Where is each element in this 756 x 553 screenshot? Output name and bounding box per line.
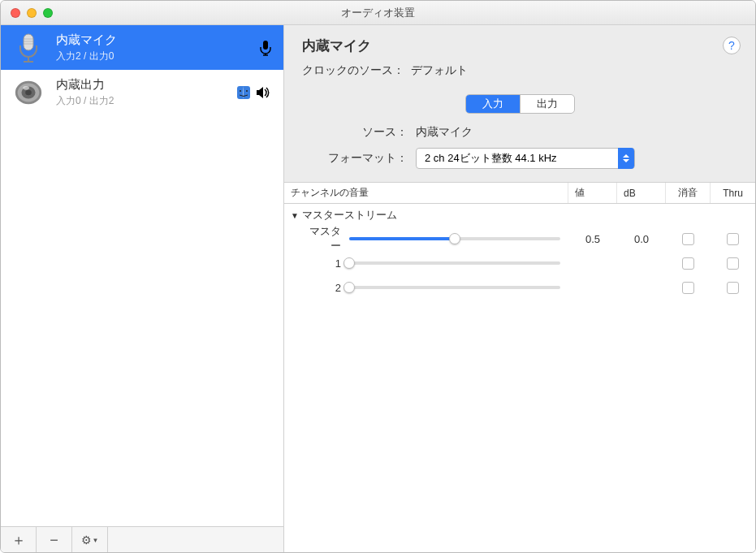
tab-bar: 入力 出力 bbox=[284, 88, 755, 114]
gear-icon: ⚙ bbox=[81, 534, 92, 547]
device-name: 内蔵マイク bbox=[56, 32, 248, 48]
close-button[interactable] bbox=[11, 8, 20, 18]
source-value: 内蔵マイク bbox=[416, 125, 473, 140]
format-label: フォーマット： bbox=[302, 151, 408, 166]
channel-row: マスター0.50.0 bbox=[284, 227, 755, 251]
channel-slider[interactable] bbox=[349, 261, 568, 265]
maximize-button[interactable] bbox=[43, 8, 53, 18]
device-indicators bbox=[236, 85, 272, 100]
thru-cell bbox=[711, 282, 755, 294]
traffic-lights bbox=[1, 8, 53, 18]
stream-row[interactable]: ▼ マスターストリーム bbox=[284, 204, 755, 227]
clock-source-row: クロックのソース： デフォルト bbox=[302, 63, 737, 78]
form-area: ソース： 内蔵マイク フォーマット： 2 ch 24ビット整数 44.1 kHz bbox=[284, 114, 755, 183]
detail-header: 内蔵マイク クロックのソース： デフォルト ? bbox=[284, 25, 755, 88]
channel-slider[interactable] bbox=[349, 286, 568, 289]
device-subtitle: 入力0 / 出力2 bbox=[56, 94, 225, 108]
svg-point-12 bbox=[25, 89, 32, 95]
device-list: 内蔵マイク 入力2 / 出力0 bbox=[1, 25, 283, 526]
table-header: チャンネルの音量 値 dB 消音 Thru bbox=[284, 183, 755, 204]
channel-row: 1 bbox=[284, 251, 755, 275]
remove-device-button[interactable]: − bbox=[37, 527, 72, 553]
column-thru: Thru bbox=[711, 183, 755, 203]
device-name: 内蔵出力 bbox=[56, 77, 225, 93]
mute-checkbox[interactable] bbox=[682, 257, 694, 270]
mute-checkbox[interactable] bbox=[682, 233, 694, 245]
io-segmented-control: 入力 出力 bbox=[465, 94, 575, 114]
stream-name: マスターストリーム bbox=[302, 208, 397, 222]
channel-value: 0.5 bbox=[568, 233, 617, 245]
detail-panel: 内蔵マイク クロックのソース： デフォルト ? 入力 出力 ソース： 内蔵マイク bbox=[284, 25, 755, 552]
column-value: 値 bbox=[568, 183, 617, 203]
chevron-down-icon: ▼ bbox=[93, 537, 99, 544]
thru-cell bbox=[711, 257, 755, 270]
device-text: 内蔵出力 入力0 / 出力2 bbox=[56, 77, 225, 108]
table-body: ▼ マスターストリーム マスター0.50.012 bbox=[284, 204, 755, 552]
settings-button[interactable]: ⚙ ▼ bbox=[72, 527, 108, 553]
svg-point-16 bbox=[246, 90, 248, 92]
thru-cell bbox=[711, 233, 755, 245]
add-device-button[interactable]: ＋ bbox=[1, 527, 37, 553]
device-item-builtin-output[interactable]: 内蔵出力 入力0 / 出力2 bbox=[1, 70, 283, 114]
window-title: オーディオ装置 bbox=[341, 6, 415, 20]
source-label: ソース： bbox=[302, 125, 408, 140]
svg-point-15 bbox=[240, 90, 241, 92]
audio-devices-window: オーディオ装置 bbox=[0, 0, 756, 553]
titlebar: オーディオ装置 bbox=[1, 1, 755, 25]
source-row: ソース： 内蔵マイク bbox=[302, 125, 737, 140]
mute-cell bbox=[666, 282, 711, 294]
svg-rect-6 bbox=[263, 41, 268, 50]
channel-label: マスター bbox=[284, 224, 349, 253]
detail-title: 内蔵マイク bbox=[302, 37, 737, 55]
speaker-icon bbox=[12, 76, 45, 109]
channel-row: 2 bbox=[284, 275, 755, 300]
minimize-button[interactable] bbox=[27, 8, 37, 18]
channel-label: 1 bbox=[284, 257, 349, 270]
column-db: dB bbox=[617, 183, 666, 203]
device-subtitle: 入力2 / 出力0 bbox=[56, 50, 248, 63]
help-button[interactable]: ? bbox=[723, 37, 741, 54]
device-indicator bbox=[259, 40, 272, 56]
format-select[interactable]: 2 ch 24ビット整数 44.1 kHz bbox=[416, 148, 635, 169]
window-body: 内蔵マイク 入力2 / 出力0 bbox=[1, 25, 755, 552]
disclosure-triangle-icon: ▼ bbox=[291, 211, 299, 220]
select-arrows-icon bbox=[618, 148, 634, 169]
column-mute: 消音 bbox=[666, 183, 711, 203]
tab-input[interactable]: 入力 bbox=[466, 95, 520, 113]
thru-checkbox[interactable] bbox=[727, 233, 739, 245]
svg-point-13 bbox=[23, 85, 29, 89]
mute-cell bbox=[666, 233, 711, 245]
channel-slider[interactable] bbox=[349, 237, 568, 240]
format-row: フォーマット： 2 ch 24ビット整数 44.1 kHz bbox=[302, 148, 737, 169]
volume-icon bbox=[256, 86, 272, 99]
tab-output[interactable]: 出力 bbox=[520, 95, 574, 113]
clock-source-label: クロックのソース： bbox=[302, 63, 404, 78]
format-value: 2 ch 24ビット整数 44.1 kHz bbox=[425, 151, 557, 166]
sidebar: 内蔵マイク 入力2 / 出力0 bbox=[1, 25, 284, 552]
svg-rect-0 bbox=[24, 34, 33, 50]
clock-source-value: デフォルト bbox=[411, 63, 468, 78]
device-text: 内蔵マイク 入力2 / 出力0 bbox=[56, 32, 248, 63]
device-item-builtin-mic[interactable]: 内蔵マイク 入力2 / 出力0 bbox=[1, 25, 283, 70]
channel-label: 2 bbox=[284, 282, 349, 294]
thru-checkbox[interactable] bbox=[727, 257, 739, 270]
microphone-icon bbox=[12, 32, 45, 64]
channel-db: 0.0 bbox=[617, 233, 666, 245]
finder-icon bbox=[236, 85, 251, 100]
mute-cell bbox=[666, 257, 711, 270]
thru-checkbox[interactable] bbox=[727, 282, 739, 294]
mic-icon bbox=[259, 40, 272, 56]
mute-checkbox[interactable] bbox=[682, 282, 694, 294]
column-volume: チャンネルの音量 bbox=[284, 183, 568, 203]
sidebar-footer: ＋ − ⚙ ▼ bbox=[1, 526, 283, 552]
